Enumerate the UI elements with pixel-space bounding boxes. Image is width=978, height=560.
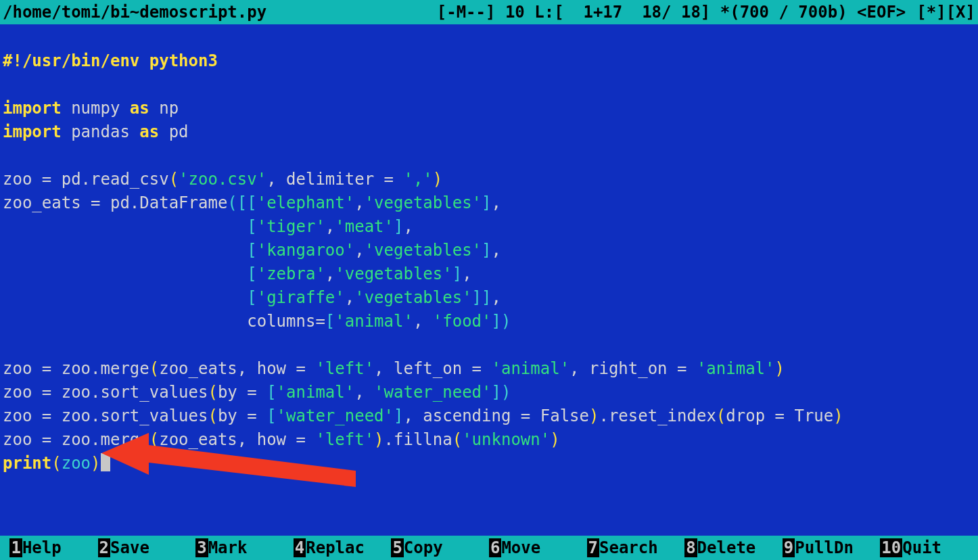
text: ,: [491, 241, 500, 260]
text: .fillna: [384, 430, 452, 449]
fn-pulldn[interactable]: 9PullDn: [783, 536, 881, 560]
string: 'animal': [491, 359, 569, 378]
text: ,: [413, 312, 433, 331]
title-flags: [*][X]: [906, 1, 975, 24]
editor-status: [-M--] 10 L:[ 1+17 18/ 18] *(700 / 700b)…: [266, 1, 906, 24]
kw-as: as: [139, 122, 159, 141]
text: zoo = zoo.sort_values: [3, 406, 208, 425]
bracket: ([[: [227, 193, 256, 212]
bracket: ]): [491, 312, 511, 331]
text: zoo = zoo.merge: [3, 430, 149, 449]
string: 'food': [433, 312, 492, 331]
editor-area[interactable]: #!/usr/bin/env python3 import numpy as n…: [0, 24, 978, 536]
file-path: /home/tomi/bi~demoscript.py: [3, 1, 266, 24]
bracket: [: [266, 406, 276, 425]
string: 'vegetables': [335, 264, 452, 283]
text: zoo_eats, how =: [159, 359, 315, 378]
bracket: [: [247, 217, 256, 236]
paren: (: [452, 430, 462, 449]
string: 'unknown': [462, 430, 550, 449]
paren: ): [91, 454, 100, 473]
string: 'left': [315, 430, 374, 449]
text: ,: [354, 383, 374, 402]
string: 'vegetables': [365, 193, 482, 212]
paren: (: [169, 170, 179, 189]
kw-as: as: [130, 99, 149, 118]
string: 'animal': [277, 383, 355, 402]
paren: ): [374, 430, 383, 449]
text: pd: [159, 122, 188, 141]
string: 'animal': [697, 359, 775, 378]
title-bar: /home/tomi/bi~demoscript.py [-M--] 10 L:…: [0, 0, 978, 24]
string: 'zebra': [257, 264, 325, 283]
string: 'elephant': [257, 193, 355, 212]
text-cursor: [101, 453, 110, 471]
fn-quit[interactable]: 10Quit: [880, 536, 978, 560]
paren: (: [149, 359, 159, 378]
text: columns=: [3, 312, 325, 331]
fn-move[interactable]: 6Move: [489, 536, 587, 560]
text: zoo = zoo.merge: [3, 359, 149, 378]
text: , left_on =: [374, 359, 491, 378]
fn-mark[interactable]: 3Mark: [195, 536, 294, 560]
string: 'meat': [335, 217, 394, 236]
fn-save[interactable]: 2Save: [98, 536, 196, 560]
string: 'water_need': [374, 383, 491, 402]
string: 'giraffe': [257, 288, 345, 307]
text: by =: [218, 383, 266, 402]
bracket: [: [325, 312, 335, 331]
text: ,: [462, 264, 471, 283]
text: ,: [354, 193, 364, 212]
string: 'animal': [335, 312, 413, 331]
kw-import: import: [3, 122, 62, 141]
fn-copy[interactable]: 5Copy: [391, 536, 489, 560]
string: 'vegetables': [365, 241, 482, 260]
bracket: [: [247, 288, 256, 307]
text: zoo_eats, how =: [159, 430, 315, 449]
paren: ): [433, 170, 442, 189]
fn-replace[interactable]: 4Replac: [294, 536, 392, 560]
bracket: ]: [394, 406, 403, 425]
text: ,: [403, 217, 413, 236]
var: zoo: [62, 454, 91, 473]
string: 'water_need': [277, 406, 394, 425]
shebang-line: #!/usr/bin/env python3: [3, 51, 218, 70]
bracket: ]: [482, 193, 491, 212]
paren: (: [208, 383, 217, 402]
string: 'kangaroo': [257, 241, 355, 260]
indent: [3, 288, 247, 307]
bracket: [: [247, 241, 256, 260]
fn-delete[interactable]: 8Delete: [684, 536, 783, 560]
paren: ): [550, 430, 559, 449]
text: ,: [491, 288, 500, 307]
paren: (: [208, 406, 217, 425]
editor-screen: /home/tomi/bi~demoscript.py [-M--] 10 L:…: [0, 0, 978, 560]
paren: (: [51, 454, 61, 473]
string: 'left': [315, 359, 374, 378]
text: .reset_index: [599, 406, 716, 425]
string: 'zoo.csv': [179, 170, 266, 189]
text: drop = True: [726, 406, 833, 425]
indent: [3, 241, 247, 260]
paren: ): [833, 406, 843, 425]
fn-search[interactable]: 7Search: [587, 536, 685, 560]
bracket: ]: [394, 217, 403, 236]
bracket: ]]: [472, 288, 492, 307]
kw-import: import: [3, 99, 62, 118]
function-key-bar: 1Help 2Save 3Mark 4Replac 5Copy 6Move 7S…: [0, 536, 978, 560]
fn-help[interactable]: 1Help: [0, 536, 98, 560]
string: 'tiger': [257, 217, 325, 236]
text: ,: [325, 217, 335, 236]
text: pandas: [62, 122, 140, 141]
indent: [3, 264, 247, 283]
text: zoo = zoo.sort_values: [3, 383, 208, 402]
text: zoo_eats = pd.DataFrame: [3, 193, 227, 212]
paren: (: [149, 430, 159, 449]
paren: ): [775, 359, 785, 378]
bracket: ]): [491, 383, 511, 402]
text: , delimiter =: [266, 170, 403, 189]
text: numpy: [62, 99, 130, 118]
text: ,: [354, 241, 364, 260]
string: 'vegetables': [354, 288, 471, 307]
kw-print: print: [3, 454, 51, 473]
